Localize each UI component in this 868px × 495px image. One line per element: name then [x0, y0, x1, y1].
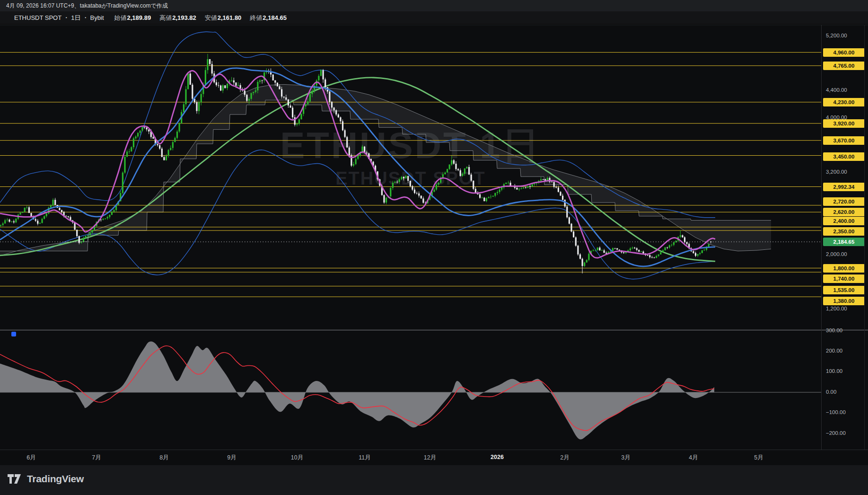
- ohlc-pair: 高値2,193.82: [159, 14, 196, 21]
- capture-info-text: 4月 09, 2026 16:07 UTC+9、takatabaがTrading…: [6, 2, 168, 9]
- price-level-badge: 3,450.00: [823, 152, 865, 161]
- price-tick-label: 2,000.00: [826, 251, 847, 257]
- price-level-badge: 1,740.00: [823, 274, 865, 283]
- macd-tick-label: 0.00: [826, 389, 836, 395]
- current-price-badge: 2,184.65: [823, 238, 865, 246]
- time-axis-month-label: 12月: [415, 454, 445, 462]
- candlestick-series: [0, 54, 711, 274]
- time-axis-month-label: 3月: [611, 454, 641, 462]
- ichimoku-cloud: [0, 84, 771, 256]
- price-axis-right-border: [864, 25, 865, 450]
- price-tick-label: 5,200.00: [826, 33, 847, 38]
- time-axis-month-label: 7月: [81, 454, 112, 462]
- macd-area: [0, 342, 714, 440]
- price-tick-label: 1,200.00: [826, 306, 847, 311]
- symbol-legend-bar[interactable]: ETHUSDT SPOT ・ 1日 ・ Bybit始値2,189.89高値2,1…: [0, 11, 868, 25]
- price-level-badge: 1,800.00: [823, 264, 865, 273]
- time-axis[interactable]: 6月7月8月9月10月11月12月20262月3月4月5月: [0, 450, 868, 466]
- time-axis-month-label: 10月: [282, 454, 312, 462]
- time-axis-month-label: 11月: [350, 454, 380, 462]
- time-axis-month-label: 9月: [217, 454, 247, 462]
- ohlc-pair: 終値2,184.65: [250, 14, 287, 21]
- time-axis-month-label: 2月: [550, 454, 580, 462]
- price-level-badge: 2,992.34: [823, 183, 865, 191]
- ohlc-values: 始値2,189.89高値2,193.82安値2,161.80終値2,184.65: [114, 14, 295, 21]
- macd-tick-label: 100.00: [826, 368, 842, 374]
- tradingview-logo-icon: [7, 474, 23, 484]
- main-pane[interactable]: [0, 32, 821, 297]
- price-level-badge: 4,765.00: [823, 62, 865, 70]
- price-level-badge: 2,720.00: [823, 197, 865, 206]
- price-level-badge: 1,380.00: [823, 297, 865, 305]
- time-axis-month-label: 5月: [744, 454, 774, 462]
- symbol-title[interactable]: ETHUSDT SPOT ・ 1日 ・ Bybit: [14, 14, 104, 21]
- time-axis-month-label: 6月: [16, 454, 46, 462]
- macd-pane[interactable]: [0, 342, 821, 440]
- ohlc-pair: 安値2,161.80: [205, 14, 242, 21]
- price-level-badge: 4,230.00: [823, 98, 865, 106]
- chart-plot-canvas[interactable]: [0, 0, 868, 495]
- price-level-badge: 2,620.00: [823, 208, 865, 216]
- time-axis-year-label: 2026: [482, 454, 512, 460]
- bollinger-lower-band: [0, 150, 715, 279]
- price-tick-label: 4,400.00: [826, 87, 847, 93]
- price-level-badge: 3,920.00: [823, 119, 865, 128]
- indicator-legend-icon[interactable]: [11, 332, 16, 336]
- time-axis-month-label: 8月: [149, 454, 179, 462]
- tradingview-logo[interactable]: TradingView: [7, 473, 84, 485]
- macd-tick-label: 300.00: [826, 327, 842, 333]
- price-level-badge: 3,670.00: [823, 136, 865, 145]
- price-level-badge: 4,960.00: [823, 48, 865, 57]
- price-axis[interactable]: 5,200.004,400.004,000.003,200.002,000.00…: [821, 25, 868, 450]
- price-level-badge: 2,350.00: [823, 227, 865, 236]
- tradingview-wordmark: TradingView: [27, 473, 84, 485]
- macd-tick-label: 200.00: [826, 348, 842, 354]
- capture-info-bar: 4月 09, 2026 16:07 UTC+9、takatabaがTrading…: [0, 0, 868, 11]
- price-tick-label: 3,200.00: [826, 169, 847, 175]
- price-level-badge: 2,400.00: [823, 217, 865, 225]
- price-level-badge: 1,535.00: [823, 286, 865, 294]
- ohlc-pair: 始値2,189.89: [114, 14, 151, 21]
- time-axis-month-label: 4月: [678, 454, 709, 462]
- macd-tick-label: −200.00: [826, 430, 846, 436]
- footer-bar: TradingView: [0, 465, 868, 495]
- macd-tick-label: −100.00: [826, 409, 846, 415]
